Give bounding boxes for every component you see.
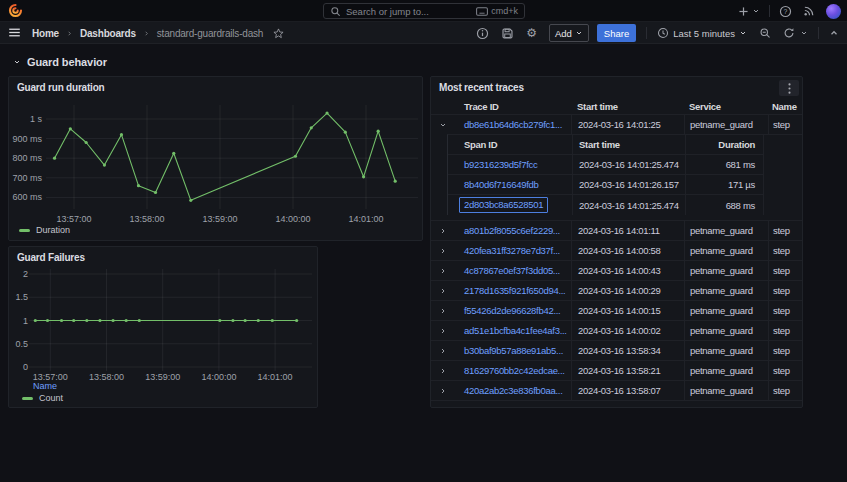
expand-chevron-icon[interactable] (431, 387, 455, 395)
legend-swatch (19, 229, 30, 232)
svg-text:1 s: 1 s (30, 114, 43, 124)
breadcrumb-home[interactable]: Home (32, 28, 59, 39)
save-dashboard-button[interactable] (501, 27, 514, 40)
trace-row[interactable]: 4c87867e0ef37f3dd05...2024-03-16 14:00:4… (431, 260, 802, 280)
col-name[interactable]: Name (768, 99, 802, 114)
trace-id-link[interactable]: 81629760bb2c42edcae... (455, 365, 571, 376)
expand-chevron-icon[interactable] (431, 367, 455, 375)
trace-row[interactable]: a801b2f8055c6ef2229...2024-03-16 14:01:1… (431, 220, 802, 240)
svg-text:13:59:00: 13:59:00 (145, 372, 180, 382)
span-row[interactable]: b92316239d5f7fcc2024-03-16 14:01:25.4746… (448, 155, 764, 175)
trace-id-link[interactable]: b30baf9b57a88e91ab5... (455, 345, 571, 356)
trace-row[interactable]: 2178d1635f921f650d94...2024-03-16 14:00:… (431, 280, 802, 300)
star-icon[interactable] (273, 28, 284, 39)
span-row[interactable]: 2d803bc8a65285012024-03-16 14:01:25.4746… (448, 195, 764, 215)
breadcrumb-dashboards[interactable]: Dashboards (80, 28, 136, 39)
svg-text:14:01:00: 14:01:00 (348, 214, 383, 224)
search-input[interactable]: Search or jump to... cmd+k (323, 3, 525, 19)
panel-guard-failures: Guard Failures 13:57:0013:58:0013:59:001… (8, 246, 318, 408)
traces-header-row: Trace IDStart timeServiceName (431, 99, 802, 114)
panel-title[interactable]: Guard Failures (17, 252, 85, 263)
panel-menu-button[interactable] (779, 80, 799, 96)
expand-chevron-icon[interactable] (431, 347, 455, 355)
duration-line-chart: 13:57:0013:58:0013:59:0014:00:0014:01:00… (9, 77, 422, 240)
trace-id-link[interactable]: 2178d1635f921f650d94... (455, 285, 571, 296)
svg-text:600 ms: 600 ms (12, 192, 42, 202)
svg-text:2: 2 (23, 269, 28, 279)
col-span-start[interactable]: Start time (572, 135, 685, 154)
trace-id-link[interactable]: ad51e1bcfba4c1fee4af3... (455, 325, 571, 336)
trace-row[interactable]: 420a2ab2c3e836fb0aa...2024-03-16 13:58:0… (431, 380, 802, 400)
legend-name-header[interactable]: Name (33, 381, 63, 391)
trace-row[interactable]: 420fea31ff3278e7d37f...2024-03-16 14:00:… (431, 240, 802, 260)
span-id-link[interactable]: b92316239d5f7fcc (464, 159, 537, 170)
search-placeholder: Search or jump to... (346, 6, 471, 17)
breadcrumb: Home Dashboards standard-guardrails-dash (32, 22, 284, 44)
clock-icon (657, 27, 669, 39)
trace-id-link[interactable]: 420fea31ff3278e7d37f... (455, 245, 571, 256)
expand-chevron-icon[interactable] (431, 307, 455, 315)
keyboard-shortcut-badge: cmd+k (476, 6, 518, 16)
col-duration[interactable]: Duration (685, 135, 764, 154)
chevron-down-icon (739, 29, 747, 37)
expand-chevron-icon[interactable] (431, 247, 455, 255)
top-navigation-bar: Search or jump to... cmd+k ? (0, 0, 847, 22)
trace-row[interactable]: b30baf9b57a88e91ab5...2024-03-16 13:58:3… (431, 340, 802, 360)
zoom-out-button[interactable] (759, 27, 771, 39)
svg-text:1: 1 (23, 316, 28, 326)
svg-text:13:57:00: 13:57:00 (56, 214, 91, 224)
divider (818, 27, 819, 39)
svg-text:13:58:00: 13:58:00 (129, 214, 164, 224)
svg-text:14:00:00: 14:00:00 (275, 214, 310, 224)
help-button[interactable]: ? (779, 5, 792, 18)
trace-id-link[interactable]: 420a2ab2c3e836fb0aa... (455, 385, 571, 396)
trace-row[interactable]: f55426d2de96628fb42...2024-03-16 14:00:1… (431, 300, 802, 320)
dashboard-settings-button[interactable]: ⚙ (526, 26, 537, 40)
refresh-button[interactable] (783, 27, 795, 39)
grafana-logo[interactable] (8, 3, 23, 18)
col-start-time[interactable]: Start time (571, 99, 684, 114)
trace-row[interactable]: 81629760bb2c42edcae...2024-03-16 13:58:2… (431, 360, 802, 380)
trace-row-expanded[interactable]: db8e61b64d6cb279fc1...2024-03-16 14:01:2… (431, 114, 802, 134)
add-button[interactable]: Add (549, 24, 589, 42)
span-id-link[interactable]: 8b40d6f716649fdb (464, 179, 538, 190)
spans-subtable: Span IDStart timeDurationb92316239d5f7fc… (447, 134, 802, 215)
span-id-link[interactable]: 2d803bc8a6528501 (459, 197, 548, 213)
chevron-right-icon (66, 30, 73, 37)
expand-chevron-icon[interactable] (431, 287, 455, 295)
collapse-toolbar-button[interactable] (829, 28, 839, 38)
svg-text:800 ms: 800 ms (12, 153, 42, 163)
traces-table: Trace IDStart timeServiceNamedb8e61b64d6… (431, 99, 802, 401)
add-new-button[interactable] (737, 5, 760, 18)
refresh-interval-dropdown[interactable] (800, 29, 808, 37)
col-service[interactable]: Service (684, 99, 768, 114)
expand-chevron-icon[interactable] (431, 267, 455, 275)
search-icon (330, 6, 341, 17)
dashboard-insights-button[interactable] (476, 27, 489, 40)
trace-id-link[interactable]: f55426d2de96628fb42... (455, 305, 571, 316)
trace-id-link[interactable]: db8e61b64d6cb279fc1... (455, 119, 571, 130)
trace-id-link[interactable]: a801b2f8055c6ef2229... (455, 225, 571, 236)
trace-row[interactable]: ad51e1bcfba4c1fee4af3...2024-03-16 14:00… (431, 320, 802, 340)
menu-toggle-button[interactable] (8, 26, 21, 39)
col-trace-id[interactable]: Trace ID (455, 101, 571, 112)
span-row[interactable]: 8b40d6f716649fdb2024-03-16 14:01:26.1571… (448, 175, 764, 195)
legend-duration[interactable]: Duration (19, 225, 70, 235)
row-guard-behavior[interactable]: Guard behavior (13, 56, 107, 68)
svg-text:?: ? (784, 7, 788, 14)
breadcrumb-current: standard-guardrails-dash (157, 28, 263, 39)
time-range-picker[interactable]: Last 5 minutes (657, 27, 747, 39)
legend-count[interactable]: Count (22, 393, 63, 403)
svg-text:14:00:00: 14:00:00 (201, 372, 236, 382)
chevron-down-icon (575, 29, 583, 37)
panel-title[interactable]: Most recent traces (439, 82, 524, 93)
user-avatar[interactable] (826, 4, 841, 19)
col-span-id[interactable]: Span ID (448, 139, 572, 150)
panel-title[interactable]: Guard run duration (17, 82, 105, 93)
expand-chevron-icon[interactable] (431, 327, 455, 335)
share-button[interactable]: Share (597, 24, 636, 42)
news-rss-button[interactable] (803, 5, 815, 17)
collapse-chevron-icon[interactable] (431, 121, 455, 129)
expand-chevron-icon[interactable] (431, 227, 455, 235)
trace-id-link[interactable]: 4c87867e0ef37f3dd05... (455, 265, 571, 276)
